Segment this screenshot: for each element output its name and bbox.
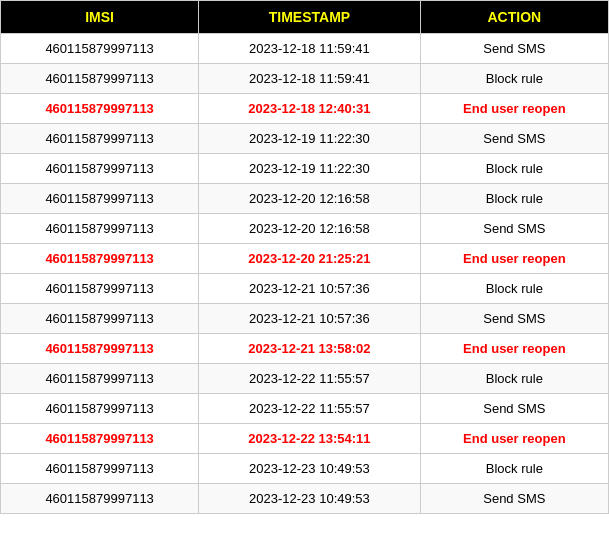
cell-action: End user reopen xyxy=(420,424,608,454)
cell-imsi: 460115879997113 xyxy=(1,124,199,154)
cell-imsi: 460115879997113 xyxy=(1,454,199,484)
cell-imsi: 460115879997113 xyxy=(1,334,199,364)
cell-action: Send SMS xyxy=(420,124,608,154)
cell-imsi: 460115879997113 xyxy=(1,244,199,274)
cell-timestamp: 2023-12-18 12:40:31 xyxy=(199,94,420,124)
table-row: 4601158799971132023-12-21 13:58:02End us… xyxy=(1,334,609,364)
table-row: 4601158799971132023-12-18 12:40:31End us… xyxy=(1,94,609,124)
cell-action: Send SMS xyxy=(420,484,608,514)
cell-action: Send SMS xyxy=(420,34,608,64)
table-row: 4601158799971132023-12-19 11:22:30Send S… xyxy=(1,124,609,154)
table-row: 4601158799971132023-12-20 12:16:58Block … xyxy=(1,184,609,214)
cell-imsi: 460115879997113 xyxy=(1,214,199,244)
table-row: 4601158799971132023-12-21 10:57:36Send S… xyxy=(1,304,609,334)
cell-imsi: 460115879997113 xyxy=(1,484,199,514)
cell-imsi: 460115879997113 xyxy=(1,394,199,424)
cell-timestamp: 2023-12-19 11:22:30 xyxy=(199,124,420,154)
cell-action: Send SMS xyxy=(420,304,608,334)
cell-timestamp: 2023-12-19 11:22:30 xyxy=(199,154,420,184)
table-row: 4601158799971132023-12-22 13:54:11End us… xyxy=(1,424,609,454)
cell-timestamp: 2023-12-20 12:16:58 xyxy=(199,184,420,214)
cell-action: Block rule xyxy=(420,154,608,184)
header-imsi: IMSI xyxy=(1,1,199,34)
table-row: 4601158799971132023-12-23 10:49:53Block … xyxy=(1,454,609,484)
table-row: 4601158799971132023-12-23 10:49:53Send S… xyxy=(1,484,609,514)
table-row: 4601158799971132023-12-22 11:55:57Send S… xyxy=(1,394,609,424)
cell-timestamp: 2023-12-22 11:55:57 xyxy=(199,394,420,424)
cell-timestamp: 2023-12-20 21:25:21 xyxy=(199,244,420,274)
cell-imsi: 460115879997113 xyxy=(1,364,199,394)
table-row: 4601158799971132023-12-18 11:59:41Block … xyxy=(1,64,609,94)
header-action: ACTION xyxy=(420,1,608,34)
cell-action: Block rule xyxy=(420,64,608,94)
cell-imsi: 460115879997113 xyxy=(1,304,199,334)
cell-timestamp: 2023-12-21 10:57:36 xyxy=(199,304,420,334)
table-row: 4601158799971132023-12-21 10:57:36Block … xyxy=(1,274,609,304)
table-row: 4601158799971132023-12-19 11:22:30Block … xyxy=(1,154,609,184)
table-row: 4601158799971132023-12-18 11:59:41Send S… xyxy=(1,34,609,64)
cell-action: End user reopen xyxy=(420,244,608,274)
cell-timestamp: 2023-12-21 13:58:02 xyxy=(199,334,420,364)
cell-action: End user reopen xyxy=(420,334,608,364)
cell-imsi: 460115879997113 xyxy=(1,154,199,184)
table-row: 4601158799971132023-12-22 11:55:57Block … xyxy=(1,364,609,394)
cell-action: Block rule xyxy=(420,454,608,484)
cell-action: Block rule xyxy=(420,274,608,304)
cell-action: Send SMS xyxy=(420,214,608,244)
cell-imsi: 460115879997113 xyxy=(1,274,199,304)
cell-imsi: 460115879997113 xyxy=(1,184,199,214)
cell-imsi: 460115879997113 xyxy=(1,64,199,94)
cell-imsi: 460115879997113 xyxy=(1,94,199,124)
cell-timestamp: 2023-12-21 10:57:36 xyxy=(199,274,420,304)
cell-imsi: 460115879997113 xyxy=(1,34,199,64)
cell-timestamp: 2023-12-23 10:49:53 xyxy=(199,484,420,514)
table-row: 4601158799971132023-12-20 12:16:58Send S… xyxy=(1,214,609,244)
cell-imsi: 460115879997113 xyxy=(1,424,199,454)
cell-timestamp: 2023-12-18 11:59:41 xyxy=(199,64,420,94)
cell-action: Block rule xyxy=(420,364,608,394)
cell-action: Block rule xyxy=(420,184,608,214)
cell-action: End user reopen xyxy=(420,94,608,124)
cell-action: Send SMS xyxy=(420,394,608,424)
cell-timestamp: 2023-12-23 10:49:53 xyxy=(199,454,420,484)
cell-timestamp: 2023-12-22 11:55:57 xyxy=(199,364,420,394)
header-timestamp: TIMESTAMP xyxy=(199,1,420,34)
table-row: 4601158799971132023-12-20 21:25:21End us… xyxy=(1,244,609,274)
cell-timestamp: 2023-12-18 11:59:41 xyxy=(199,34,420,64)
data-table: IMSI TIMESTAMP ACTION 460115879997113202… xyxy=(0,0,609,514)
cell-timestamp: 2023-12-20 12:16:58 xyxy=(199,214,420,244)
cell-timestamp: 2023-12-22 13:54:11 xyxy=(199,424,420,454)
